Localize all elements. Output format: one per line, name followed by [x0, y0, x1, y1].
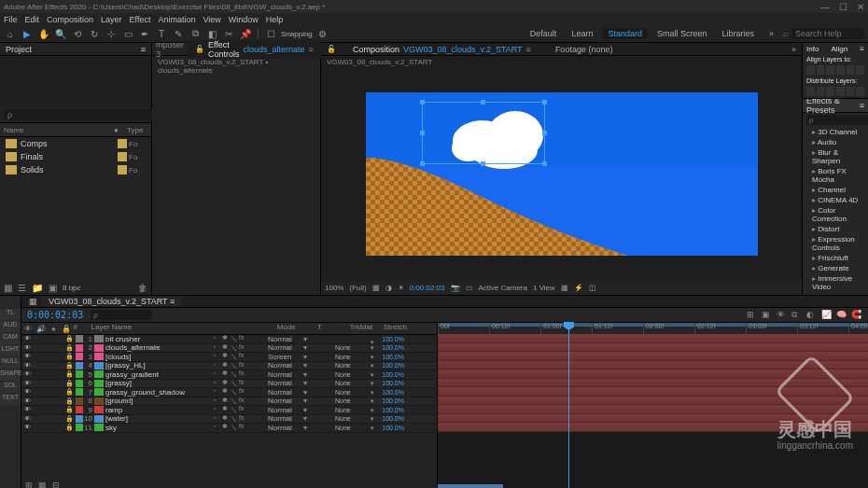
blend-mode-dropdown[interactable]: Screen: [266, 353, 309, 361]
orbit-tool-icon[interactable]: ⟲: [71, 27, 84, 40]
menu-help[interactable]: Help: [266, 15, 284, 24]
layer-color-label[interactable]: [76, 388, 83, 396]
workspace-standard[interactable]: Standard: [602, 28, 648, 39]
layer-name[interactable]: [ground]: [105, 397, 214, 405]
track-bar[interactable]: [438, 387, 868, 397]
clone-tool-icon[interactable]: ⧉: [189, 27, 202, 40]
effect-category[interactable]: Boris FX Mocha: [803, 166, 868, 185]
footage-tab[interactable]: Footage (none): [548, 45, 621, 54]
track-bar[interactable]: [438, 334, 868, 343]
effects-presets-tab[interactable]: Effects & Presets: [806, 99, 860, 115]
menu-effect[interactable]: Effect: [130, 15, 151, 24]
draft-3d-icon[interactable]: ▣: [762, 310, 773, 321]
trkmat-dropdown[interactable]: None: [333, 371, 376, 378]
trkmat-dropdown[interactable]: None: [333, 425, 376, 431]
layer-name[interactable]: [water]: [105, 414, 214, 423]
fast-preview-icon[interactable]: ⚡: [574, 284, 583, 292]
stretch-value[interactable]: 100.0%: [376, 354, 404, 360]
effect-category[interactable]: Keying: [803, 292, 868, 295]
project-col-name[interactable]: Name: [0, 126, 114, 134]
visibility-toggle[interactable]: 👁: [24, 344, 32, 352]
tab-menu-icon[interactable]: ≡: [309, 45, 314, 54]
lock-toggle[interactable]: 🔒: [65, 380, 73, 387]
effect-category[interactable]: Distort: [803, 224, 868, 234]
side-tab[interactable]: AUD: [0, 321, 21, 332]
menu-animation[interactable]: Animation: [158, 15, 195, 24]
stretch-value[interactable]: 100.0%: [376, 371, 404, 378]
track-bar[interactable]: [438, 361, 868, 370]
lock-toggle[interactable]: 🔒: [65, 397, 73, 405]
magnification-dropdown[interactable]: 100%: [325, 284, 343, 292]
trkmat-column[interactable]: TrkMat: [339, 323, 384, 334]
timeline-search-input[interactable]: [91, 310, 152, 320]
timeline-timecode[interactable]: 0:00:02:03: [27, 310, 83, 320]
effect-category[interactable]: Expression Controls: [803, 234, 868, 253]
side-tab[interactable]: NULL: [0, 357, 21, 369]
lock-icon[interactable]: 🔓: [327, 45, 336, 53]
roto-tool-icon[interactable]: ✂: [222, 27, 235, 40]
trkmat-dropdown[interactable]: None: [333, 407, 376, 413]
frame-blend-icon[interactable]: ⧉: [791, 310, 803, 321]
project-col-type[interactable]: Type: [127, 126, 151, 134]
effect-category[interactable]: Generate: [803, 263, 868, 273]
delete-icon[interactable]: 🗑: [138, 283, 147, 293]
timeline-tab[interactable]: VGW03_08_clouds_v.2_START ≡: [41, 297, 182, 306]
visibility-toggle[interactable]: 👁: [24, 335, 32, 342]
layer-color-label[interactable]: [76, 397, 83, 405]
blend-mode-dropdown[interactable]: Normal: [266, 424, 309, 432]
visibility-toggle[interactable]: 👁: [24, 388, 32, 396]
project-folder[interactable]: CompsFo: [0, 137, 151, 150]
graph-editor-icon[interactable]: 📈: [821, 310, 833, 321]
side-tab[interactable]: TEXT: [0, 394, 21, 405]
side-tab[interactable]: CAM: [0, 333, 21, 344]
puppet-tool-icon[interactable]: 📌: [239, 27, 252, 40]
new-comp-icon[interactable]: ▣: [49, 283, 57, 293]
maximize-icon[interactable]: ☐: [839, 2, 847, 12]
interpret-footage-icon[interactable]: ▦: [4, 283, 12, 293]
new-folder-icon[interactable]: 📁: [32, 283, 43, 293]
comp-dropdown[interactable]: VGW03_08_clouds_v.2_START: [327, 58, 432, 66]
visibility-toggle[interactable]: 👁: [24, 406, 32, 413]
stretch-value[interactable]: 100.0%: [376, 407, 404, 413]
tab-close-icon[interactable]: ≡: [170, 297, 175, 306]
layer-color-label[interactable]: [76, 370, 83, 378]
menu-window[interactable]: Window: [229, 15, 259, 24]
composition-tab[interactable]: Composition VGW03_08_clouds_v.2_START ≡: [345, 45, 539, 54]
comp-mini-flowchart-icon[interactable]: ⊞: [747, 310, 758, 321]
views-dropdown[interactable]: 1 View: [533, 284, 555, 292]
eye-column-icon[interactable]: 👁: [24, 325, 32, 333]
menu-view[interactable]: View: [203, 15, 220, 24]
layer-name-column[interactable]: Layer Name: [90, 323, 205, 334]
menu-file[interactable]: File: [4, 15, 18, 24]
text-tool-icon[interactable]: T: [155, 27, 168, 40]
grid-icon[interactable]: ▦: [372, 284, 380, 292]
project-folder[interactable]: SolidsFo: [0, 163, 151, 176]
visibility-toggle[interactable]: 👁: [24, 424, 32, 431]
pen-tool-icon[interactable]: ✒: [138, 27, 151, 40]
layer-color-label[interactable]: [76, 406, 83, 413]
visibility-toggle[interactable]: 👁: [24, 362, 32, 369]
layer-color-label[interactable]: [76, 335, 83, 342]
composition-viewer[interactable]: [321, 67, 802, 281]
visibility-toggle[interactable]: 👁: [24, 415, 32, 423]
timecode-display[interactable]: 0:00:02:03: [410, 284, 445, 292]
lock-toggle[interactable]: 🔒: [65, 353, 73, 360]
close-icon[interactable]: ✕: [857, 2, 864, 12]
trkmat-dropdown[interactable]: None: [333, 397, 376, 404]
zoom-tool-icon[interactable]: 🔍: [54, 27, 67, 40]
transparency-icon[interactable]: ◫: [589, 284, 596, 292]
menu-layer[interactable]: Layer: [101, 15, 122, 24]
align-tab[interactable]: Align: [831, 45, 847, 53]
minimize-icon[interactable]: —: [820, 2, 830, 12]
visibility-toggle[interactable]: 👁: [24, 370, 32, 378]
exposure-icon[interactable]: ☀: [398, 284, 404, 292]
selection-tool-icon[interactable]: ▶: [21, 27, 34, 40]
effect-category[interactable]: Audio: [803, 137, 868, 147]
track-bar[interactable]: [438, 405, 868, 414]
workspace-default[interactable]: Default: [525, 28, 563, 39]
stretch-column[interactable]: Stretch: [384, 323, 437, 334]
lock-toggle[interactable]: 🔒: [65, 406, 73, 413]
hide-shy-icon[interactable]: 👁: [777, 310, 788, 321]
resolution-dropdown[interactable]: (Full): [349, 284, 366, 292]
info-tab[interactable]: Info: [806, 45, 819, 53]
